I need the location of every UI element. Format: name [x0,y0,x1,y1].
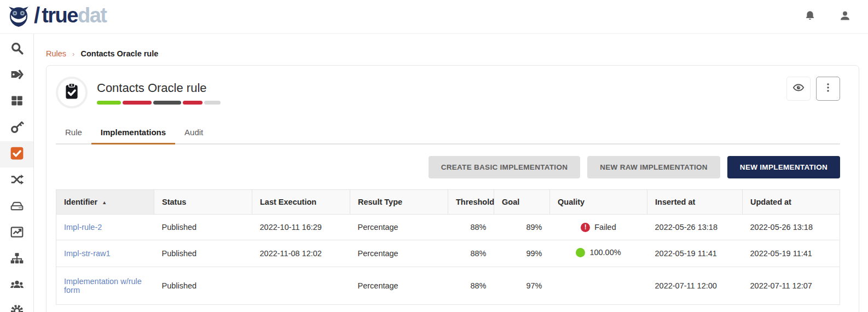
success-dot-icon [576,248,585,257]
sidebar-item-hierarchies[interactable] [0,246,33,273]
sidebar-nav [0,34,34,312]
sidebar-item-analytics[interactable] [0,220,33,246]
quality-bar-segment [204,101,221,105]
sidebar-item-permissions[interactable] [0,115,33,141]
table-header-row: Identifier Status Last Execution Result … [56,190,840,215]
logo-wordmark: truedat [42,4,106,27]
last-execution-cell [252,267,350,304]
sidebar-item-taxonomy[interactable] [0,62,33,89]
rule-card: Contacts Oracle rule [46,65,859,312]
column-header-identifier[interactable]: Identifier [56,190,154,215]
threshold-cell: 88% [448,240,494,267]
inserted-at-cell: 2022-05-19 11:41 [647,240,743,267]
column-header-threshold[interactable]: Threshold [448,190,494,215]
column-header-goal[interactable]: Goal [494,190,550,215]
sidebar-item-lineage[interactable] [0,167,33,194]
clipboard-check-icon [62,82,81,103]
user-icon [839,10,851,24]
last-execution-cell: 2022-11-08 12:02 [252,240,350,267]
hard-drive-icon [10,199,24,215]
implementation-link[interactable]: Impl-str-raw1 [64,249,111,258]
top-bar: / truedat [0,0,868,34]
breadcrumb: Rules › Contacts Oracle rule [46,49,859,58]
gear-icon [10,304,24,312]
search-icon [10,41,24,57]
tab-audit[interactable]: Audit [175,122,212,143]
quality-cell: Failed [550,215,647,240]
quality-cell: 100.00% [550,240,647,267]
chevron-right-icon: › [72,50,74,58]
check-square-icon [10,146,24,163]
implementations-table: Identifier Status Last Execution Result … [56,189,840,305]
inserted-at-cell: 2022-07-11 12:00 [647,267,743,304]
tags-icon [10,67,24,84]
page-title: Contacts Oracle rule [97,81,221,95]
threshold-cell: 88% [448,267,494,304]
table-row: Impl-rule-2 Published 2022-10-11 16:29 P… [56,215,840,240]
watch-rule-button[interactable] [786,77,811,101]
eye-icon [792,82,805,96]
column-header-status[interactable]: Status [154,190,252,215]
sidebar-item-groups[interactable] [0,273,33,299]
new-raw-implementation-button[interactable]: NEW RAW IMPLEMENTATION [587,156,720,178]
column-header-inserted-at[interactable]: Inserted at [647,190,743,215]
quality-bar-segment [183,101,202,105]
quality-bar-segment [123,101,152,105]
quality-cell [550,267,647,304]
result-type-cell: Percentage [350,267,448,304]
column-header-quality[interactable]: Quality [550,190,647,215]
truedat-logo[interactable]: / truedat [7,3,106,30]
rule-tabs: Rule Implementations Audit [56,122,840,145]
create-basic-implementation-button[interactable]: CREATE BASIC IMPLEMENTATION [429,156,581,178]
tab-implementations[interactable]: Implementations [91,122,175,145]
sidebar-item-search[interactable] [0,36,33,62]
bell-icon [804,10,816,24]
quality-summary-bar [97,101,221,105]
status-cell: Published [154,215,252,240]
new-implementation-button[interactable]: NEW IMPLEMENTATION [727,156,840,178]
sidebar-item-dashboard[interactable] [0,89,33,115]
more-options-button[interactable] [816,77,840,101]
threshold-cell: 88% [448,215,494,240]
updated-at-cell: 2022-05-19 11:41 [743,240,840,267]
failed-icon [581,223,590,232]
quality-bar-segment [97,101,121,105]
column-header-updated-at[interactable]: Updated at [743,190,840,215]
users-icon [10,278,24,294]
goal-cell: 99% [494,240,550,267]
last-execution-cell: 2022-10-11 16:29 [252,215,350,240]
status-cell: Published [154,240,252,267]
updated-at-cell: 2022-05-26 13:18 [743,215,840,240]
notifications-button[interactable] [802,9,818,25]
status-cell: Published [154,267,252,304]
account-button[interactable] [837,9,853,25]
implementation-actions: CREATE BASIC IMPLEMENTATION NEW RAW IMPL… [56,156,840,178]
breadcrumb-rules-link[interactable]: Rules [46,49,66,58]
owl-logo-icon [7,5,31,29]
sidebar-item-quality-rules[interactable] [0,141,33,167]
chart-line-icon [10,225,24,241]
quality-bar-segment [153,101,181,105]
sitemap-icon [10,251,24,268]
breadcrumb-current: Contacts Oracle rule [80,49,158,58]
shuffle-icon [10,172,24,189]
kebab-icon [822,82,834,96]
implementation-link[interactable]: Implementation w/rule form [64,277,142,294]
key-icon [10,120,24,136]
goal-cell: 97% [494,267,550,304]
result-type-cell: Percentage [350,215,448,240]
inserted-at-cell: 2022-05-26 13:18 [647,215,743,240]
grid-icon [10,94,24,110]
column-header-last-execution[interactable]: Last Execution [252,190,350,215]
result-type-cell: Percentage [350,240,448,267]
rule-avatar [56,77,88,108]
sort-asc-icon [97,198,107,206]
updated-at-cell: 2022-07-11 12:07 [743,267,840,304]
implementation-link[interactable]: Impl-rule-2 [64,223,102,232]
logo-slash: / [34,3,40,28]
tab-rule[interactable]: Rule [56,122,91,143]
sidebar-item-settings[interactable] [0,299,33,312]
sidebar-item-data-structures[interactable] [0,194,33,220]
column-header-result-type[interactable]: Result Type [350,190,448,215]
table-row: Impl-str-raw1 Published 2022-11-08 12:02… [56,240,840,267]
